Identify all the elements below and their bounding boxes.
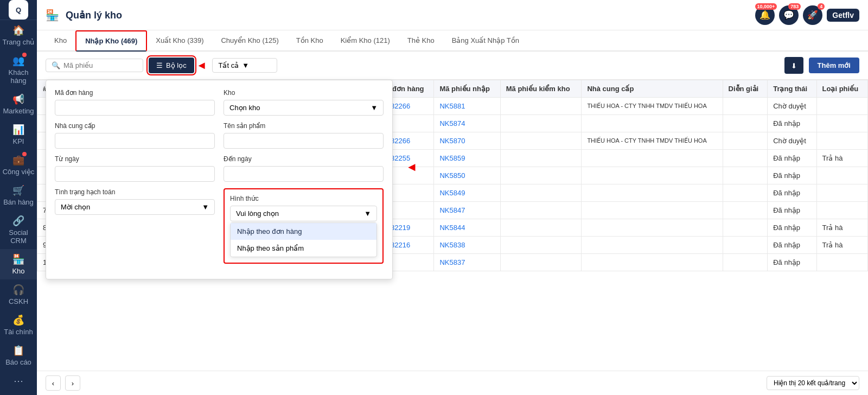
cell-ma-phieu-kiem xyxy=(500,184,582,202)
sidebar-item-trang-chu[interactable]: 🏠 Trang chủ xyxy=(0,20,37,50)
cell-nha-cung-cap xyxy=(582,202,723,219)
ma-don-hang-input[interactable] xyxy=(55,100,215,116)
tinh-trang-select[interactable]: Mời chọn ▼ xyxy=(55,199,215,215)
cell-loai-phieu xyxy=(816,254,867,271)
ma-phieu-nhap-link[interactable]: NK5870 xyxy=(439,137,465,145)
download-icon: ⬇ xyxy=(791,62,797,70)
notification-bell-button[interactable]: 🔔 10,000+ xyxy=(755,5,775,25)
tab-the-kho[interactable]: Thẻ Kho xyxy=(399,31,443,51)
cell-loai-phieu xyxy=(816,115,867,132)
den-ngay-input[interactable] xyxy=(224,166,384,182)
cell-ma-phieu-kiem xyxy=(500,150,582,167)
ma-phieu-nhap-link[interactable]: NK5847 xyxy=(439,206,465,214)
sidebar-item-label: Trang chủ xyxy=(3,38,35,46)
tab-ton-kho[interactable]: Tồn Kho xyxy=(288,31,332,51)
cell-dien-giai xyxy=(723,254,768,271)
tu-ngay-input[interactable] xyxy=(55,166,215,182)
search-input[interactable] xyxy=(63,61,137,69)
tab-chuyen-kho[interactable]: Chuyển Kho (125) xyxy=(212,31,287,51)
cell-dien-giai xyxy=(723,150,768,167)
cell-dien-giai xyxy=(723,115,768,132)
tab-kiem-kho[interactable]: Kiểm Kho (121) xyxy=(332,31,399,51)
sidebar-item-tai-chinh[interactable]: 💰 Tài chính xyxy=(0,310,37,340)
col-ma-phieu-nhap: Mã phiếu nhập xyxy=(434,80,500,98)
add-button[interactable]: Thêm mới xyxy=(809,58,859,73)
cell-loai-phieu xyxy=(816,184,867,202)
users-icon: 👥 xyxy=(12,55,24,67)
kho-select[interactable]: Chọn kho ▼ xyxy=(224,100,384,116)
cell-dien-giai xyxy=(723,132,768,150)
tab-bang-xuat-nhap-ton[interactable]: Bảng Xuất Nhập Tồn xyxy=(443,31,528,51)
tab-kho[interactable]: Kho xyxy=(46,31,75,51)
notification-count: 10,000+ xyxy=(755,3,777,10)
sidebar-item-more[interactable]: ⋯ xyxy=(0,371,37,391)
tinh-trang-label: Tình trạng hạch toán xyxy=(55,188,215,196)
sidebar-item-khach-hang[interactable]: 👥 Khách hàng xyxy=(0,50,37,89)
cell-nha-cung-cap xyxy=(582,184,723,202)
download-button[interactable]: ⬇ xyxy=(784,57,803,74)
ma-phieu-nhap-link[interactable]: NK5850 xyxy=(439,171,465,180)
cell-loai-phieu xyxy=(816,167,867,184)
ma-phieu-nhap-link[interactable]: NK5859 xyxy=(439,154,465,162)
nha-cung-cap-input[interactable] xyxy=(55,133,215,149)
sidebar-item-kpi[interactable]: 📊 KPI xyxy=(0,119,37,150)
ten-san-pham-label: Tên sản phẩm xyxy=(224,122,384,130)
sidebar-item-cong-viec[interactable]: 💼 Công việc xyxy=(0,150,37,180)
cell-dien-giai xyxy=(723,184,768,202)
sidebar-item-label: Bán hàng xyxy=(3,198,34,206)
tab-nhap-kho[interactable]: Nhập Kho (469) xyxy=(75,30,147,52)
filter-button[interactable]: ☰ Bộ lọc xyxy=(149,58,194,73)
ma-phieu-nhap-link[interactable]: NK5837 xyxy=(439,258,465,266)
ma-phieu-nhap-link[interactable]: NK5844 xyxy=(439,224,465,232)
sidebar-item-label: Kho xyxy=(12,267,24,275)
cell-nha-cung-cap xyxy=(582,237,723,254)
col-dien-giai: Diễn giải xyxy=(723,80,768,98)
sidebar-item-bao-cao[interactable]: 📋 Báo cáo xyxy=(0,340,37,371)
topbar-icons: 🔔 10,000+ 💬 783 🚀 4 Getflv xyxy=(755,5,859,25)
rocket-button[interactable]: 🚀 4 xyxy=(803,5,822,25)
support-icon: 🎧 xyxy=(12,284,24,296)
ma-phieu-nhap-link[interactable]: NK5874 xyxy=(439,119,465,128)
page-title: Quản lý kho xyxy=(66,9,122,21)
ten-san-pham-input[interactable] xyxy=(224,133,384,149)
sidebar-item-social-crm[interactable]: 🔗 Social CRM xyxy=(0,211,37,249)
cell-trang-thai: Đã nhập xyxy=(768,254,816,271)
sidebar-item-kho[interactable]: 🏪 Kho xyxy=(0,249,37,279)
ma-phieu-nhap-link[interactable]: NK5849 xyxy=(439,189,465,197)
sidebar-item-label: Công việc xyxy=(3,168,35,176)
kho-label: Kho xyxy=(224,89,384,97)
prev-page-button[interactable]: ‹ xyxy=(46,375,61,391)
chat-button[interactable]: 💬 783 xyxy=(779,5,799,25)
option-nhap-theo-don-hang[interactable]: Nhập theo đơn hàng xyxy=(231,223,376,240)
sidebar-item-marketing[interactable]: 📢 Marketing xyxy=(0,89,37,119)
cell-trang-thai: Đã nhập xyxy=(768,184,816,202)
cell-ma-phieu-nhap: NK5844 xyxy=(434,219,500,237)
cell-trang-thai: Chờ duyệt xyxy=(768,132,816,150)
sidebar-item-ban-hang[interactable]: 🛒 Bán hàng xyxy=(0,180,37,211)
work-icon: 💼 xyxy=(12,154,24,166)
cell-ma-phieu-nhap: NK5838 xyxy=(434,237,500,254)
search-box[interactable]: 🔍 xyxy=(46,59,143,72)
per-page-select[interactable]: Hiện thị 20 kết quả/trang xyxy=(767,376,859,390)
ma-phieu-nhap-link[interactable]: NK5838 xyxy=(439,241,465,249)
filter-panel: Mã đơn hàng Kho Chọn kho ▼ Nhà cung cấp xyxy=(46,80,393,279)
next-page-button[interactable]: › xyxy=(65,375,80,391)
ma-phieu-nhap-link[interactable]: NK5881 xyxy=(439,102,465,110)
cell-ma-phieu-nhap: NK5881 xyxy=(434,98,500,115)
cell-ma-phieu-kiem xyxy=(500,132,582,150)
status-dropdown[interactable]: Tất cả ▼ xyxy=(212,58,277,73)
cell-loai-phieu xyxy=(816,98,867,115)
hinh-thuc-placeholder: Vui lòng chọn xyxy=(236,209,279,218)
tab-xuat-kho[interactable]: Xuất Kho (339) xyxy=(147,31,212,51)
hinh-thuc-label: Hình thức xyxy=(230,195,377,202)
more-icon: ⋯ xyxy=(14,375,23,387)
sidebar-item-label: Báo cáo xyxy=(5,358,31,366)
hinh-thuc-dropdown[interactable]: Vui lòng chọn ▼ xyxy=(230,206,377,221)
pagination: ‹ › Hiện thị 20 kết quả/trang xyxy=(37,371,868,395)
option-nhap-theo-san-pham[interactable]: Nhập theo sản phẩm xyxy=(231,240,376,257)
sidebar-item-cskh[interactable]: 🎧 CSKH xyxy=(0,279,37,310)
cell-nha-cung-cap xyxy=(582,150,723,167)
col-trang-thai: Trạng thái xyxy=(768,80,816,98)
sidebar-item-settings[interactable]: ⚙ xyxy=(0,391,37,395)
cell-ma-phieu-kiem xyxy=(500,254,582,271)
